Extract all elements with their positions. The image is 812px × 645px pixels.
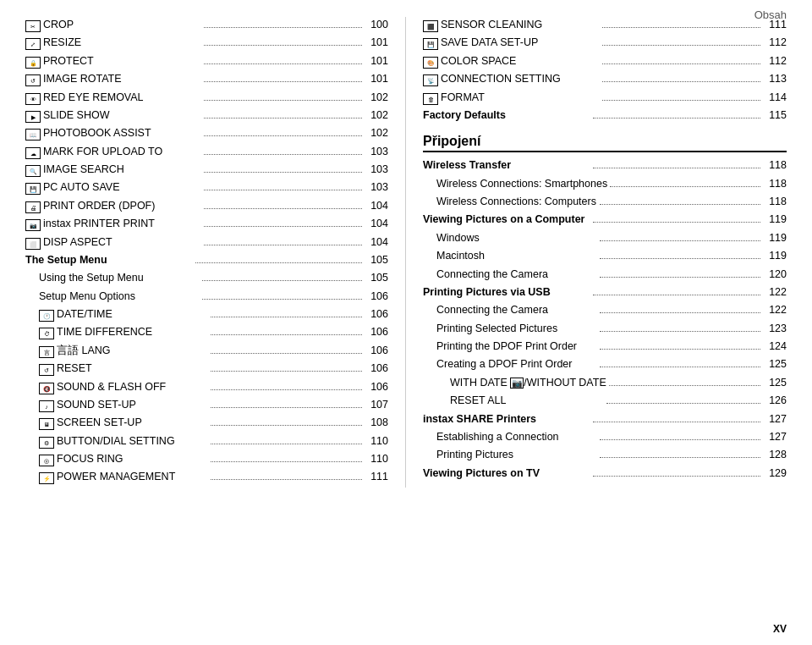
dots [204, 135, 362, 136]
toc-label: The Setup Menu [25, 252, 193, 268]
datetime-icon: 🕐 [39, 310, 54, 322]
toc-item-protect: 🔒 PROTECT 101 [25, 53, 388, 69]
savedata-icon: 💾 [423, 38, 438, 50]
toc-item-setup-menu: The Setup Menu 105 [25, 252, 388, 268]
toc-label: Printing Selected Pictures [423, 321, 597, 337]
toc-label: FORMAT [441, 90, 600, 106]
dots [606, 403, 760, 404]
page-number: 125 [763, 375, 787, 391]
left-column: ✂ CROP 100 ⤢ RESIZE 101 🔒 PROTECT 101 ↺ … [25, 17, 406, 488]
right-column: ⬛ SENSOR CLEANING 111 💾 SAVE DATA SET-UP… [406, 17, 787, 488]
toc-label: SOUND & FLASH OFF [57, 379, 208, 395]
page-number: 104 [365, 216, 388, 232]
dots [609, 385, 760, 386]
disp-icon: ⬜ [25, 238, 41, 250]
dots [204, 190, 362, 190]
dots [593, 222, 760, 223]
toc-item-printing-dpof: Printing the DPOF Print Order 124 [423, 339, 787, 355]
page-number: 112 [763, 53, 787, 69]
page-number: 101 [365, 71, 388, 87]
page-number: 106 [365, 289, 388, 305]
photobook-icon: 📖 [25, 129, 41, 141]
dots [204, 226, 362, 227]
toc-item-slideshow: ▶ SLIDE SHOW 102 [25, 108, 388, 124]
toc-label: PC AUTO SAVE [43, 179, 201, 196]
dots [204, 118, 362, 119]
page-number: 106 [365, 306, 388, 322]
dots [600, 240, 760, 241]
toc-item-print-order: 🖨 PRINT ORDER (DPOF) 104 [25, 198, 388, 214]
dots [202, 280, 363, 281]
toc-label: Wireless Transfer [423, 157, 590, 174]
toc-item-image-rotate: ↺ IMAGE ROTATE 101 [25, 71, 388, 87]
toc-item-setup-menu-options: Setup Menu Options 106 [25, 289, 388, 305]
toc-label: RED EYE REMOVAL [43, 90, 201, 106]
toc-label: SLIDE SHOW [43, 108, 201, 124]
dots [602, 45, 761, 46]
dots [204, 45, 362, 46]
dots [593, 168, 760, 168]
toc-item-viewing-computer: Viewing Pictures on a Computer 119 [423, 212, 787, 228]
toc-label: PRINT ORDER (DPOF) [43, 198, 201, 214]
toc-label: Wireless Connections: Computers [423, 194, 597, 210]
toc-label: SCREEN SET-UP [57, 415, 208, 431]
toc-label: Wireless Connections: Smartphones [423, 176, 607, 192]
dots [600, 457, 760, 458]
page-number: 118 [763, 176, 787, 192]
toc-item-crop: ✂ CROP 100 [25, 17, 388, 33]
dots [602, 81, 761, 82]
toc-item-button-dial: ⚙ BUTTON/DIAL SETTING 110 [25, 433, 388, 449]
toc-item-save-data-setup: 💾 SAVE DATA SET-UP 112 [423, 35, 787, 51]
power-icon: ⚡ [39, 472, 54, 484]
page-number: 104 [365, 198, 388, 214]
search-icon: 🔍 [25, 165, 41, 177]
page-number: 103 [365, 162, 388, 178]
toc-label: WITH DATE 📷/WITHOUT DATE [423, 375, 606, 391]
toc-item-timediff: ⏱ TIME DIFFERENCE 106 [25, 324, 388, 340]
toc-label: Connecting the Camera [423, 302, 597, 318]
toc-item-instax-share: instax SHARE Printers 127 [423, 411, 787, 427]
toc-label: Using the Setup Menu [25, 270, 200, 286]
toc-item-reset-all: RESET ALL 126 [423, 393, 787, 409]
slideshow-icon: ▶ [25, 111, 41, 123]
toc-item-pc-autosave: 💾 PC AUTO SAVE 103 [25, 179, 388, 196]
toc-item-wireless-smartphones: Wireless Connections: Smartphones 118 [423, 176, 787, 192]
screensetup-icon: 🖥 [39, 418, 54, 430]
toc-label: instax SHARE Printers [423, 411, 590, 427]
upload-icon: ☁ [25, 147, 41, 159]
toc-label: 言語 LANG [57, 343, 208, 359]
toc-item-with-date: WITH DATE 📷/WITHOUT DATE 125 [423, 375, 787, 391]
page-number: 104 [365, 234, 388, 251]
toc-label: CONNECTION SETTING [441, 71, 600, 87]
page-number: 105 [365, 252, 388, 268]
page-number: 118 [763, 157, 787, 174]
page-number: 125 [763, 356, 787, 372]
page-number: 123 [763, 321, 787, 337]
soundsetup-icon: ♪ [39, 400, 54, 412]
page-number: 124 [763, 339, 787, 355]
page-number: 119 [763, 230, 787, 246]
toc-item-connection-setting: 📡 CONNECTION SETTING 113 [423, 71, 787, 87]
toc-item-sensor-cleaning: ⬛ SENSOR CLEANING 111 [423, 17, 787, 33]
page-number: 120 [763, 267, 787, 283]
dots [211, 371, 362, 372]
toc-label: Printing Pictures [423, 447, 597, 463]
toc-item-establishing-connection: Establishing a Connection 127 [423, 429, 787, 445]
dots [211, 353, 362, 354]
toc-label: POWER MANAGEMENT [57, 469, 208, 485]
toc-label: Connecting the Camera [423, 267, 597, 283]
toc-label: PROTECT [43, 53, 201, 69]
dots [204, 245, 362, 245]
toc-label: Viewing Pictures on TV [423, 466, 590, 482]
toc-item-disp-aspect: ⬜ DISP ASPECT 104 [25, 234, 388, 251]
dots [211, 444, 362, 444]
dots [600, 258, 760, 259]
toc-label: SOUND SET-UP [57, 397, 208, 413]
toc-label: TIME DIFFERENCE [57, 324, 208, 340]
dots [602, 27, 761, 28]
toc-label: Printing Pictures via USB [423, 284, 590, 300]
page-number: 122 [763, 284, 787, 300]
toc-item-connecting-camera-1: Connecting the Camera 120 [423, 267, 787, 283]
dots [204, 81, 362, 82]
page-number: 107 [365, 397, 388, 413]
